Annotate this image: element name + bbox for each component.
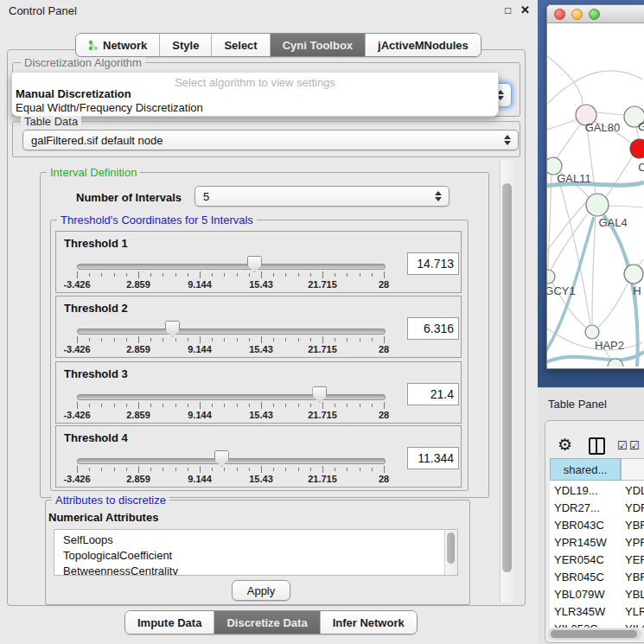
tab-jactivemnodules[interactable]: jActiveMNodules: [366, 34, 481, 56]
cell-name: YBL07: [625, 588, 644, 601]
tick-label: 15.43: [249, 474, 273, 484]
scrollbar-thumb[interactable]: [447, 532, 455, 564]
table-row[interactable]: YPR145WYPR14: [550, 534, 644, 552]
tick-label: -3.426: [63, 279, 90, 290]
network-node-hap2[interactable]: [585, 325, 599, 339]
apply-button[interactable]: Apply: [232, 580, 290, 601]
tab-network[interactable]: Network: [76, 34, 160, 56]
node-label-gal4: GAL4: [598, 216, 627, 229]
cell-name: YDL19: [625, 484, 644, 497]
network-node-gcy1[interactable]: [547, 270, 555, 284]
threshold-value-field[interactable]: 21.4: [407, 383, 459, 405]
cell-shared-name: YLR345W: [554, 605, 618, 618]
tab-label: Select: [224, 39, 257, 52]
attributes-scrollbar[interactable]: [444, 530, 457, 575]
cell-name: YBR04: [625, 571, 644, 583]
slider-tick-labels: -3.4262.8599.14415.4321.71528: [77, 474, 384, 484]
network-icon: [88, 40, 99, 51]
network-node-gal4[interactable]: [586, 194, 609, 216]
table-row[interactable]: YER054CYER05: [550, 552, 644, 569]
numerical-attributes-list[interactable]: SelfLoopsTopologicalCoefficientBetweenne…: [54, 529, 458, 576]
attribute-item-selfloops[interactable]: SelfLoops: [63, 532, 457, 548]
slider-track[interactable]: [77, 458, 386, 464]
network-node-h[interactable]: [624, 265, 643, 284]
network-node-c[interactable]: [630, 139, 644, 158]
scrollbar-thumb[interactable]: [551, 630, 637, 638]
node-table[interactable]: shared... na YDL19...YDL19YDR27...YDR27Y…: [550, 458, 644, 628]
column-header-name[interactable]: na: [621, 458, 644, 481]
slider-track[interactable]: [77, 394, 386, 400]
threshold-slider[interactable]: -3.4262.8599.14415.4321.71528: [77, 296, 384, 357]
algorithm-option-manual-discretization[interactable]: Manual Discretization: [16, 87, 131, 100]
network-edge[interactable]: [557, 124, 581, 158]
table-row[interactable]: YIL052CYIL05: [550, 621, 644, 628]
tab-cyni-toolbox[interactable]: Cyni Toolbox: [271, 34, 366, 56]
gear-icon[interactable]: ⚙: [558, 435, 572, 455]
table-row[interactable]: YBR043CYBR04: [550, 517, 644, 534]
network-window-titlebar: [547, 5, 644, 23]
cell-shared-name: YIL052C: [554, 622, 618, 628]
network-edge[interactable]: [609, 206, 643, 207]
close-icon[interactable]: ✕: [520, 3, 530, 16]
threshold-slider[interactable]: -3.4262.8599.14415.4321.71528: [77, 362, 384, 423]
bottom-tab-impute-data[interactable]: Impute Data: [125, 611, 214, 634]
network-edge[interactable]: [547, 119, 577, 130]
algorithm-option-equal-width-frequency-discretization[interactable]: Equal Width/Frequency Discretization: [16, 101, 203, 114]
table-data-combobox[interactable]: galFiltered.sif default node: [22, 130, 519, 150]
apply-button-label: Apply: [247, 584, 276, 597]
tab-select[interactable]: Select: [212, 34, 270, 56]
tick-label: 15.43: [249, 279, 273, 290]
close-traffic-light-icon[interactable]: [554, 9, 565, 20]
network-edge[interactable]: [548, 175, 552, 270]
split-view-icon[interactable]: [589, 437, 605, 455]
table-row[interactable]: YBL079WYBL07: [550, 586, 644, 603]
attribute-item-betweennesscentrality[interactable]: BetweennessCentrality: [63, 564, 457, 576]
tab-style[interactable]: Style: [160, 34, 212, 56]
threshold-value-field[interactable]: 11.344: [407, 447, 459, 469]
zoom-traffic-light-icon[interactable]: [589, 9, 600, 20]
combo-stepper-icon: [504, 135, 511, 145]
float-window-icon[interactable]: □: [505, 4, 511, 16]
thresholds-group-title: Threshold's Coordinates for 5 Intervals: [57, 214, 257, 226]
num-intervals-combobox[interactable]: 5: [194, 186, 450, 207]
table-row[interactable]: YLR345WYLR34: [550, 603, 644, 621]
slider-thumb[interactable]: [165, 321, 180, 337]
scrollbar-thumb[interactable]: [502, 183, 512, 572]
cell-name: YER05: [625, 553, 644, 566]
slider-thumb[interactable]: [214, 450, 229, 467]
table-row[interactable]: YBR045CYBR04: [550, 569, 644, 586]
threshold-value-field[interactable]: 14.713: [407, 252, 459, 275]
network-edge[interactable]: [592, 216, 596, 324]
top-tab-bar: NetworkStyleSelectCyni ToolboxjActiveMNo…: [75, 33, 481, 57]
slider-track[interactable]: [77, 264, 386, 270]
tick-label: 9.144: [188, 344, 212, 354]
node-label-h: H: [633, 284, 641, 297]
checkbox-icon[interactable]: ☑: [629, 439, 640, 452]
network-graph-canvas[interactable]: GAL80GCGAL11GAL4GCY1HHAP2: [547, 23, 644, 367]
tick-label: -3.426: [63, 410, 90, 420]
cell-name: YDR27: [625, 501, 644, 514]
checkbox-icon[interactable]: ☑: [617, 439, 628, 452]
network-edge[interactable]: [598, 282, 628, 327]
slider-track[interactable]: [77, 328, 386, 335]
tick-label: 28: [379, 344, 389, 354]
slider-thumb[interactable]: [312, 386, 327, 403]
network-edge[interactable]: [547, 71, 643, 104]
threshold-value-field[interactable]: 6.316: [407, 317, 459, 340]
slider-ticks: [77, 271, 384, 279]
slider-thumb[interactable]: [247, 256, 262, 272]
bottom-tab-discretize-data[interactable]: Discretize Data: [214, 611, 320, 634]
column-header-shared-name[interactable]: shared...: [550, 458, 621, 481]
network-edge[interactable]: [606, 156, 633, 197]
panel-vertical-scrollbar[interactable]: [500, 161, 514, 603]
table-row[interactable]: YDL19...YDL19: [550, 482, 644, 500]
table-row[interactable]: YDR27...YDR27: [550, 500, 644, 517]
threshold-slider[interactable]: -3.4262.8599.14415.4321.71528: [77, 232, 384, 292]
attribute-item-topologicalcoefficient[interactable]: TopologicalCoefficient: [63, 548, 457, 564]
bottom-tab-infer-network[interactable]: Infer Network: [321, 611, 417, 634]
network-edge-thick[interactable]: [547, 352, 644, 367]
minimize-traffic-light-icon[interactable]: [571, 9, 583, 20]
threshold-slider[interactable]: -3.4262.8599.14415.4321.71528: [77, 426, 384, 487]
slider-tick-labels: -3.4262.8599.14415.4321.71528: [77, 410, 384, 420]
network-edge[interactable]: [596, 112, 624, 115]
